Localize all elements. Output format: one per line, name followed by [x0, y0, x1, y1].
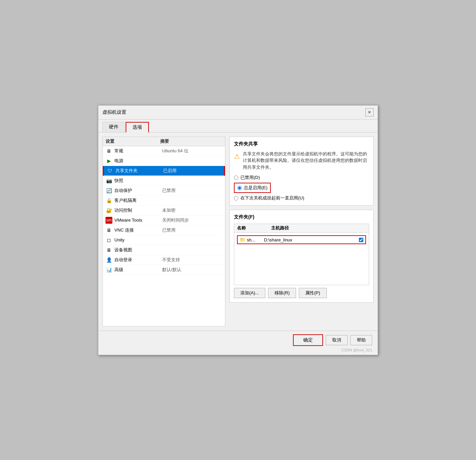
watermark: CSDN @love_521: [96, 348, 375, 353]
vnc-summary: 已禁用: [162, 227, 222, 233]
help-button[interactable]: 帮助: [350, 335, 372, 345]
sidebar-item-power[interactable]: ▶ 电源: [103, 156, 225, 166]
warning-icon: ⚠: [234, 151, 240, 171]
shared-folder-summary: 已启用: [163, 168, 221, 174]
advanced-label: 高级: [114, 267, 162, 273]
tab-options[interactable]: 选项: [126, 122, 149, 133]
shared-folder-label: 共享文件夹: [115, 168, 163, 174]
folder-buttons: 添加(A)... 移除(R) 属性(P): [234, 288, 369, 298]
radio-always-enabled-label: 总是启用(E): [244, 185, 267, 191]
isolation-icon: 🔒: [106, 197, 112, 204]
autologin-label: 自动登录: [114, 257, 162, 263]
snapshot-icon: 📷: [106, 177, 112, 184]
dialog-vm-settings: 虚拟机设置 × 硬件 选项 设置 摘要 🖥 常规 Ubuntu 64 位: [98, 105, 378, 355]
folder-sharing-section: 文件夹共享 ⚠ 共享文件夹会将您的文件显示给虚拟机中的程序。这可能为您的计算机和…: [229, 137, 374, 206]
sidebar-item-access-control[interactable]: 🔐 访问控制 未加密: [103, 206, 225, 215]
list-header: 设置 摘要: [103, 137, 225, 146]
right-panel: 文件夹共享 ⚠ 共享文件夹会将您的文件显示给虚拟机中的程序。这可能为您的计算机和…: [229, 137, 374, 326]
folder-row-name: sh...: [247, 237, 264, 242]
sidebar-item-devices[interactable]: 🖥 设备视图: [103, 245, 225, 255]
radio-always-enabled-input[interactable]: [237, 186, 242, 190]
sidebar-item-isolation[interactable]: 🔒 客户机隔离: [103, 196, 225, 206]
warning-row: ⚠ 共享文件夹会将您的文件显示给虚拟机中的程序。这可能为您的计算机和数据带来风险…: [234, 151, 369, 171]
general-label: 常规: [114, 148, 162, 154]
shared-folder-icon: 🛡: [107, 167, 113, 174]
isolation-label: 客户机隔离: [114, 197, 162, 204]
unity-label: Unity: [114, 237, 162, 242]
vmware-tools-summary: 关闭时间同步: [162, 217, 222, 223]
col-path-header: 主机路径: [271, 225, 366, 231]
radio-disabled-label: 已禁用(D): [240, 175, 260, 181]
bottom-bar: 确定 取消 帮助: [98, 331, 378, 349]
folder-row-path: D:\share_linux: [264, 237, 359, 242]
access-control-icon: 🔐: [106, 207, 112, 214]
devices-icon: 🖥: [106, 247, 112, 253]
folder-table-container: 名称 主机路径 📁 sh... D:\share_linux: [234, 224, 369, 285]
sidebar-item-unity[interactable]: ◻ Unity: [103, 235, 225, 245]
title-bar: 虚拟机设置 ×: [98, 106, 378, 120]
advanced-icon: 📊: [106, 266, 112, 273]
sidebar-item-autoprotect[interactable]: 🔄 自动保护 已禁用: [103, 186, 225, 196]
advanced-summary: 默认/默认: [162, 267, 222, 273]
left-panel: 设置 摘要 🖥 常规 Ubuntu 64 位 ▶ 电源 🛡 共享文件夹 已启用: [102, 137, 225, 326]
col-summary-header: 摘要: [160, 138, 222, 144]
remove-button[interactable]: 移除(R): [268, 288, 296, 298]
radio-disabled[interactable]: 已禁用(D): [234, 175, 369, 181]
folder-section: 文件夹(F) 名称 主机路径 📁 sh... D:\share_linux: [229, 210, 374, 303]
radio-until-shutdown-input[interactable]: [234, 196, 238, 200]
power-icon: ▶: [106, 157, 112, 164]
autoprotect-icon: 🔄: [106, 187, 112, 194]
folder-table-header: 名称 主机路径: [234, 224, 369, 233]
folder-row-checkbox[interactable]: [359, 238, 363, 242]
col-name-header: 名称: [237, 225, 271, 231]
cancel-button[interactable]: 取消: [326, 335, 348, 345]
folder-sharing-title: 文件夹共享: [234, 141, 369, 147]
access-control-label: 访问控制: [114, 207, 162, 213]
sidebar-item-general[interactable]: 🖥 常规 Ubuntu 64 位: [103, 146, 225, 156]
autologin-icon: 👤: [106, 256, 112, 263]
sidebar-item-autologin[interactable]: 👤 自动登录 不受支持: [103, 255, 225, 265]
confirm-button[interactable]: 确定: [293, 334, 323, 346]
snapshot-label: 快照: [114, 178, 162, 184]
tabs-container: 硬件 选项: [98, 120, 378, 133]
vnc-icon: 🖥: [106, 227, 112, 234]
devices-label: 设备视图: [114, 247, 162, 253]
radio-group-sharing: 已禁用(D) 总是启用(E) 在下次关机或挂起前一直启用(U): [234, 175, 369, 201]
unity-icon: ◻: [106, 237, 112, 243]
radio-always-enabled[interactable]: 总是启用(E): [234, 183, 271, 193]
sidebar-item-shared-folder[interactable]: 🛡 共享文件夹 已启用: [103, 166, 225, 176]
sidebar-item-snapshot[interactable]: 📷 快照: [103, 176, 225, 186]
access-control-summary: 未加密: [162, 207, 222, 213]
general-summary: Ubuntu 64 位: [162, 148, 222, 154]
general-icon: 🖥: [106, 148, 112, 154]
radio-until-shutdown-label: 在下次关机或挂起前一直启用(U): [240, 195, 304, 201]
tab-hardware[interactable]: 硬件: [102, 122, 125, 133]
autoprotect-summary: 已禁用: [162, 187, 222, 194]
main-content: 设置 摘要 🖥 常规 Ubuntu 64 位 ▶ 电源 🛡 共享文件夹 已启用: [98, 133, 378, 331]
radio-disabled-input[interactable]: [234, 176, 238, 180]
radio-until-shutdown[interactable]: 在下次关机或挂起前一直启用(U): [234, 195, 369, 201]
autologin-summary: 不受支持: [162, 257, 222, 263]
add-button[interactable]: 添加(A)...: [234, 288, 265, 298]
vmware-tools-icon: vm: [106, 217, 112, 224]
sidebar-item-advanced[interactable]: 📊 高级 默认/默认: [103, 265, 225, 275]
folder-table-body: 📁 sh... D:\share_linux: [234, 233, 369, 247]
vnc-label: VNC 连接: [114, 227, 162, 233]
sidebar-item-vmware-tools[interactable]: vm VMware Tools 关闭时间同步: [103, 215, 225, 225]
autoprotect-label: 自动保护: [114, 187, 162, 194]
sidebar-item-vnc[interactable]: 🖥 VNC 连接 已禁用: [103, 225, 225, 235]
vmware-tools-label: VMware Tools: [114, 218, 162, 223]
col-setting-header: 设置: [106, 138, 160, 144]
warning-text: 共享文件夹会将您的文件显示给虚拟机中的程序。这可能为您的计算机和数据带来风险。请…: [243, 151, 369, 171]
properties-button[interactable]: 属性(P): [299, 288, 326, 298]
folder-row-icon: 📁: [240, 237, 246, 242]
power-label: 电源: [114, 158, 162, 164]
dialog-title: 虚拟机设置: [102, 109, 126, 115]
folder-row[interactable]: 📁 sh... D:\share_linux: [237, 235, 366, 244]
folder-section-title: 文件夹(F): [234, 214, 369, 220]
close-button[interactable]: ×: [365, 108, 374, 116]
